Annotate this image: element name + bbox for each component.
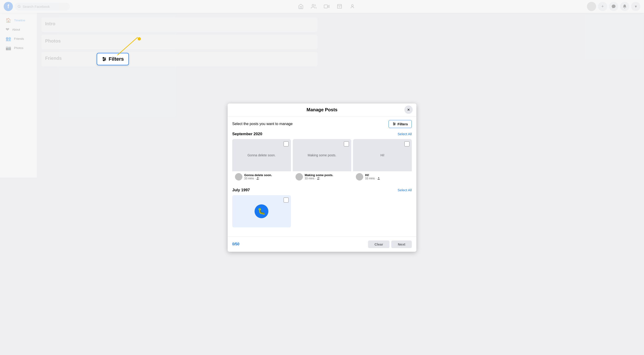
zoom-annotation: Filters: [97, 53, 129, 65]
post-card-2-text: Making some posts.: [306, 152, 322, 159]
modal-title: Manage Posts: [306, 107, 322, 112]
post-card-1-avatar: [235, 173, 242, 178]
post-card-2-info: Making some posts. 33 mins ·: [305, 173, 322, 177]
post-card-2-name: Making some posts.: [305, 173, 322, 177]
zoom-arrow: [85, 25, 154, 67]
post-card-2[interactable]: Making some posts. Making some posts. 33…: [293, 139, 322, 178]
modal-subheader: Select the posts you want to manage Filt…: [228, 116, 322, 132]
september-posts-grid: Gonna delete soon. Gonna delete soon. 33…: [232, 139, 322, 178]
september-month-title: September 2020: [232, 132, 262, 136]
post-card-2-meta: 33 mins ·: [305, 177, 322, 177]
modal-body: September 2020 Select All Gonna delete s…: [228, 132, 322, 178]
post-card-1-name: Gonna delete soon.: [244, 173, 288, 177]
manage-posts-modal: Manage Posts Select the posts you want t…: [228, 103, 322, 178]
post-card-2-footer: Making some posts. 33 mins ·: [293, 171, 322, 178]
post-card-1-info: Gonna delete soon. 33 mins ·: [244, 173, 288, 177]
modal-subtitle: Select the posts you want to manage: [232, 122, 292, 126]
post-card-1-meta: 33 mins ·: [244, 177, 288, 177]
post-card-1-footer: Gonna delete soon. 33 mins ·: [232, 171, 291, 178]
post-card-2-image: Making some posts.: [293, 139, 322, 171]
post-card-1-image: Gonna delete soon.: [232, 139, 291, 171]
modal-overlay: Manage Posts Select the posts you want t…: [0, 0, 322, 177]
post-card-1[interactable]: Gonna delete soon. Gonna delete soon. 33…: [232, 139, 291, 178]
audience-icon-1: [256, 177, 260, 177]
post-card-2-avatar: [296, 173, 303, 178]
audience-icon-2: [317, 177, 320, 177]
post-card-1-text: Gonna delete soon.: [246, 152, 277, 159]
post-card-1-checkbox[interactable]: [284, 141, 289, 146]
september-month-header: September 2020 Select All: [232, 132, 322, 136]
svg-point-14: [238, 175, 240, 177]
september-2020-section: September 2020 Select All Gonna delete s…: [232, 132, 322, 178]
svg-line-20: [118, 37, 138, 55]
svg-point-16: [298, 175, 300, 177]
modal-header: Manage Posts: [228, 103, 322, 116]
